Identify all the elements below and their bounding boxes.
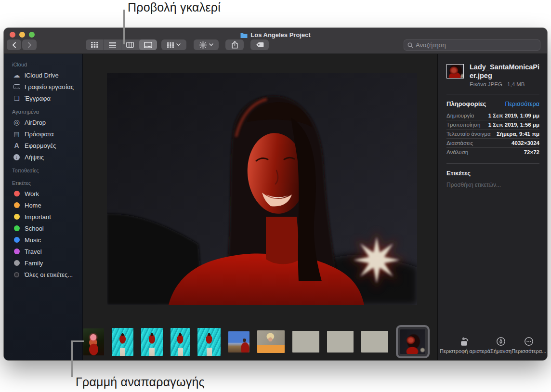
info-row-τελευταίο-άνοιγμα: Τελευταίο άνοιγμαΣήμερα, 9:41 πμ <box>446 129 539 138</box>
info-section-title: Πληροφορίες <box>446 100 486 107</box>
add-tags-field[interactable]: Προσθήκη ετικετών... <box>446 182 539 188</box>
thumbnail-plants[interactable] <box>327 331 354 353</box>
icon-view-button[interactable] <box>86 39 104 50</box>
sidebar-item-important[interactable]: Important <box>4 211 82 222</box>
περιστροφή-αριστερά-button[interactable]: Περιστροφή αριστερά <box>440 337 490 354</box>
sidebar-item-πρόσφατα[interactable]: ▤Πρόσφατα <box>4 128 82 140</box>
thumbnail-blonde[interactable] <box>257 330 285 353</box>
thumbnail-plants[interactable] <box>292 331 319 353</box>
sidebar-item-school[interactable]: School <box>4 222 82 234</box>
sidebar-item-airdrop[interactable]: ◎AirDrop <box>4 117 82 128</box>
folder-icon <box>240 32 248 38</box>
quick-action-label: Περιστροφή αριστερά <box>440 348 490 354</box>
sidebar-item-label: Travel <box>25 248 42 255</box>
tags-button[interactable] <box>250 39 269 50</box>
all-tags-ring-icon <box>14 272 19 277</box>
sidebar-item-label: Έγγραφα <box>25 95 51 102</box>
sidebar-item-label: Work <box>25 190 39 197</box>
σήμανση-button[interactable]: Σήμανση <box>490 337 512 354</box>
callout-line-scrubber-v <box>71 340 73 377</box>
thumbnail-balloon[interactable] <box>83 328 104 355</box>
downloads-icon-shape: ↓ <box>13 154 20 160</box>
divider <box>446 94 539 94</box>
sidebar-item-γραφείο-εργασίας[interactable]: Γραφείο εργασίας <box>4 81 82 92</box>
sidebar: iCloud☁iCloud DriveΓραφείο εργασίας❏Έγγρ… <box>4 54 83 360</box>
rotate-left-icon <box>460 337 471 346</box>
scrubber-bar[interactable] <box>83 324 437 360</box>
action-menu-button[interactable] <box>194 39 219 50</box>
thumbnail-pool[interactable] <box>171 328 190 356</box>
info-row-value: 4032×3024 <box>512 140 539 146</box>
sidebar-item-λήψεις[interactable]: ↓Λήψεις <box>4 151 82 163</box>
thumbnail-pool[interactable] <box>141 328 163 356</box>
info-row-ανάλυση: Ανάλυση72×72 <box>446 147 539 157</box>
info-row-label: Τελευταίο άνοιγμα <box>446 131 491 137</box>
tag-color-dot <box>14 202 20 208</box>
sidebar-item-label: Music <box>25 236 41 244</box>
thumbnail-red-portrait[interactable] <box>400 329 425 354</box>
sidebar-item-label: Γραφείο εργασίας <box>25 83 74 91</box>
sidebar-item-family[interactable]: Family <box>4 257 82 269</box>
sidebar-item-music[interactable]: Music <box>4 234 82 246</box>
cloud-icon: ☁ <box>12 71 21 79</box>
list-view-button[interactable] <box>104 39 121 50</box>
sidebar-item-έγγραφα[interactable]: ❏Έγγραφα <box>4 92 82 104</box>
thumbnail-pool[interactable] <box>112 328 133 356</box>
view-switcher <box>86 39 157 50</box>
back-button[interactable] <box>7 39 21 50</box>
group-icon <box>167 42 174 48</box>
document-icon: ❏ <box>12 94 21 103</box>
info-row-value: 1 Σεπ 2019, 1:56 μμ <box>488 122 539 128</box>
sidebar-item-label: iCloud Drive <box>25 72 59 79</box>
chevron-down-icon <box>209 43 213 46</box>
sidebar-item-work[interactable]: Work <box>4 188 82 199</box>
sidebar-item-label: Family <box>25 260 43 267</box>
gallery-view-button[interactable] <box>139 39 157 50</box>
sidebar-item-icloud-drive[interactable]: ☁iCloud Drive <box>4 69 82 81</box>
tag-icon <box>256 42 264 48</box>
περισσότερα-button[interactable]: Περισσότερα... <box>512 337 546 354</box>
file-name: Lady_SantaMonicaPier.jpeg <box>470 63 543 80</box>
more-info-link[interactable]: Περισσότερα <box>505 101 539 107</box>
tag-color-dot <box>14 225 20 231</box>
info-row-διαστάσεις: Διαστάσεις4032×3024 <box>446 138 539 147</box>
downloads-icon: ↓ <box>12 153 21 161</box>
file-thumbnail <box>446 64 464 78</box>
search-icon <box>407 42 413 48</box>
callout-line-gallery <box>123 10 125 44</box>
tag-color-dot <box>14 214 20 220</box>
sidebar-section-header: Τοποθεσίες <box>4 163 82 175</box>
chevron-down-icon <box>176 43 181 46</box>
sidebar-item-label: Όλες οι ετικέτες... <box>25 271 73 278</box>
gallery-view-content <box>83 54 437 360</box>
info-rows: Δημιουργία1 Σεπ 2019, 1:09 μμΤροποποίηση… <box>446 111 539 157</box>
list-view-icon <box>109 42 116 48</box>
column-view-icon <box>126 42 134 48</box>
tag-dot-icon <box>12 247 21 256</box>
thumbnail-sky[interactable] <box>228 331 249 353</box>
photo-preview[interactable] <box>107 73 417 305</box>
selected-thumbnail-frame[interactable] <box>396 325 430 358</box>
search-input[interactable] <box>416 41 537 49</box>
info-row-value: 72×72 <box>524 149 539 155</box>
sidebar-item-travel[interactable]: Travel <box>4 246 82 257</box>
gear-icon <box>199 41 207 49</box>
titlebar: Los Angeles Project <box>4 28 547 54</box>
search-field[interactable] <box>404 39 540 51</box>
thumbnail-plants[interactable] <box>361 331 388 353</box>
sidebar-item-όλες-οι-ετικέτες[interactable]: Όλες οι ετικέτες... <box>4 269 82 280</box>
group-button[interactable] <box>161 39 186 50</box>
window-title: Los Angeles Project <box>4 31 547 39</box>
sidebar-item-home[interactable]: Home <box>4 199 82 211</box>
finder-window: Los Angeles Project <box>4 28 547 360</box>
info-row-label: Δημιουργία <box>446 113 474 118</box>
info-row-label: Διαστάσεις <box>446 140 473 146</box>
sidebar-item-εφαρμογές[interactable]: AΕφαρμογές <box>4 140 82 151</box>
thumbnail-pool[interactable] <box>197 328 221 356</box>
forward-button[interactable] <box>22 39 37 50</box>
share-button[interactable] <box>225 39 244 50</box>
chevron-left-icon <box>12 42 16 48</box>
icon-view-icon <box>91 42 98 48</box>
file-meta: Εικόνα JPEG - 1,4 MB <box>470 81 543 87</box>
inspector-pane: Lady_SantaMonicaPier.jpeg Εικόνα JPEG - … <box>437 54 547 360</box>
